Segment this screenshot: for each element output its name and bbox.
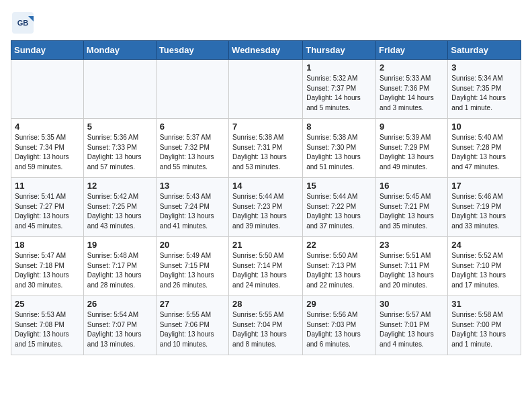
day-info: Sunrise: 5:56 AM Sunset: 7:03 PM Dayligh… <box>306 310 372 349</box>
day-number: 21 <box>232 240 299 250</box>
day-info: Sunrise: 5:48 AM Sunset: 7:17 PM Dayligh… <box>87 251 152 290</box>
day-number: 26 <box>87 299 152 309</box>
weekday-header: Tuesday <box>156 41 228 60</box>
calendar-cell: 11Sunrise: 5:41 AM Sunset: 7:27 PM Dayli… <box>11 178 84 237</box>
day-number: 11 <box>15 181 80 191</box>
calendar-cell: 21Sunrise: 5:50 AM Sunset: 7:14 PM Dayli… <box>229 237 303 296</box>
calendar-cell: 13Sunrise: 5:43 AM Sunset: 7:24 PM Dayli… <box>156 178 228 237</box>
calendar-cell: 9Sunrise: 5:39 AM Sunset: 7:29 PM Daylig… <box>376 119 448 178</box>
day-info: Sunrise: 5:51 AM Sunset: 7:11 PM Dayligh… <box>380 251 444 290</box>
day-info: Sunrise: 5:52 AM Sunset: 7:10 PM Dayligh… <box>451 251 517 290</box>
day-info: Sunrise: 5:42 AM Sunset: 7:25 PM Dayligh… <box>87 192 152 231</box>
calendar-cell <box>83 60 156 119</box>
day-number: 7 <box>232 122 299 132</box>
day-number: 19 <box>87 240 152 250</box>
day-number: 27 <box>160 299 225 309</box>
day-info: Sunrise: 5:55 AM Sunset: 7:06 PM Dayligh… <box>160 310 225 349</box>
day-info: Sunrise: 5:43 AM Sunset: 7:24 PM Dayligh… <box>160 192 225 231</box>
day-info: Sunrise: 5:45 AM Sunset: 7:21 PM Dayligh… <box>380 192 444 231</box>
day-info: Sunrise: 5:32 AM Sunset: 7:37 PM Dayligh… <box>306 74 372 113</box>
day-number: 9 <box>380 122 444 132</box>
calendar-cell: 16Sunrise: 5:45 AM Sunset: 7:21 PM Dayli… <box>376 178 448 237</box>
calendar-cell: 22Sunrise: 5:50 AM Sunset: 7:13 PM Dayli… <box>303 237 376 296</box>
calendar-table: SundayMondayTuesdayWednesdayThursdayFrid… <box>11 40 521 355</box>
calendar-cell: 14Sunrise: 5:44 AM Sunset: 7:23 PM Dayli… <box>229 178 303 237</box>
day-number: 23 <box>380 240 444 250</box>
day-number: 16 <box>380 181 444 191</box>
weekday-header: Friday <box>376 41 448 60</box>
day-info: Sunrise: 5:57 AM Sunset: 7:01 PM Dayligh… <box>380 310 444 349</box>
calendar-cell: 10Sunrise: 5:40 AM Sunset: 7:28 PM Dayli… <box>448 119 521 178</box>
day-info: Sunrise: 5:35 AM Sunset: 7:34 PM Dayligh… <box>15 133 80 172</box>
day-number: 8 <box>306 122 372 132</box>
calendar-week: 4Sunrise: 5:35 AM Sunset: 7:34 PM Daylig… <box>11 119 521 178</box>
calendar-cell: 3Sunrise: 5:34 AM Sunset: 7:35 PM Daylig… <box>448 60 521 119</box>
calendar-cell: 20Sunrise: 5:49 AM Sunset: 7:15 PM Dayli… <box>156 237 228 296</box>
calendar-cell: 28Sunrise: 5:55 AM Sunset: 7:04 PM Dayli… <box>229 296 303 355</box>
day-info: Sunrise: 5:38 AM Sunset: 7:31 PM Dayligh… <box>232 133 299 172</box>
day-info: Sunrise: 5:53 AM Sunset: 7:08 PM Dayligh… <box>15 310 80 349</box>
day-number: 22 <box>306 240 372 250</box>
day-number: 30 <box>380 299 444 309</box>
calendar-header: SundayMondayTuesdayWednesdayThursdayFrid… <box>11 41 521 60</box>
day-number: 24 <box>451 240 517 250</box>
calendar-cell: 25Sunrise: 5:53 AM Sunset: 7:08 PM Dayli… <box>11 296 84 355</box>
day-info: Sunrise: 5:55 AM Sunset: 7:04 PM Dayligh… <box>232 310 299 349</box>
day-info: Sunrise: 5:49 AM Sunset: 7:15 PM Dayligh… <box>160 251 225 290</box>
calendar-cell: 5Sunrise: 5:36 AM Sunset: 7:33 PM Daylig… <box>83 119 156 178</box>
day-number: 6 <box>160 122 225 132</box>
calendar-body: 1Sunrise: 5:32 AM Sunset: 7:37 PM Daylig… <box>11 60 521 355</box>
calendar-cell: 19Sunrise: 5:48 AM Sunset: 7:17 PM Dayli… <box>83 237 156 296</box>
calendar-cell: 12Sunrise: 5:42 AM Sunset: 7:25 PM Dayli… <box>83 178 156 237</box>
day-number: 28 <box>232 299 299 309</box>
logo: GB <box>11 11 38 35</box>
day-info: Sunrise: 5:47 AM Sunset: 7:18 PM Dayligh… <box>15 251 80 290</box>
day-info: Sunrise: 5:34 AM Sunset: 7:35 PM Dayligh… <box>451 74 517 113</box>
day-number: 31 <box>451 299 517 309</box>
calendar-cell: 31Sunrise: 5:58 AM Sunset: 7:00 PM Dayli… <box>448 296 521 355</box>
calendar-cell: 7Sunrise: 5:38 AM Sunset: 7:31 PM Daylig… <box>229 119 303 178</box>
day-number: 5 <box>87 122 152 132</box>
calendar-cell: 6Sunrise: 5:37 AM Sunset: 7:32 PM Daylig… <box>156 119 228 178</box>
calendar-cell: 26Sunrise: 5:54 AM Sunset: 7:07 PM Dayli… <box>83 296 156 355</box>
calendar-week: 25Sunrise: 5:53 AM Sunset: 7:08 PM Dayli… <box>11 296 521 355</box>
day-info: Sunrise: 5:54 AM Sunset: 7:07 PM Dayligh… <box>87 310 152 349</box>
weekday-header: Monday <box>83 41 156 60</box>
day-number: 17 <box>451 181 517 191</box>
day-info: Sunrise: 5:39 AM Sunset: 7:29 PM Dayligh… <box>380 133 444 172</box>
svg-text:GB: GB <box>17 19 29 27</box>
day-info: Sunrise: 5:41 AM Sunset: 7:27 PM Dayligh… <box>15 192 80 231</box>
day-number: 2 <box>380 62 444 73</box>
calendar-cell: 30Sunrise: 5:57 AM Sunset: 7:01 PM Dayli… <box>376 296 448 355</box>
calendar-cell: 1Sunrise: 5:32 AM Sunset: 7:37 PM Daylig… <box>303 60 376 119</box>
calendar-cell: 18Sunrise: 5:47 AM Sunset: 7:18 PM Dayli… <box>11 237 84 296</box>
day-number: 18 <box>15 240 80 250</box>
calendar-week: 1Sunrise: 5:32 AM Sunset: 7:37 PM Daylig… <box>11 60 521 119</box>
day-info: Sunrise: 5:44 AM Sunset: 7:22 PM Dayligh… <box>306 192 372 231</box>
day-number: 25 <box>15 299 80 309</box>
day-info: Sunrise: 5:36 AM Sunset: 7:33 PM Dayligh… <box>87 133 152 172</box>
day-number: 1 <box>306 62 372 73</box>
day-info: Sunrise: 5:50 AM Sunset: 7:14 PM Dayligh… <box>232 251 299 290</box>
calendar-cell: 27Sunrise: 5:55 AM Sunset: 7:06 PM Dayli… <box>156 296 228 355</box>
day-info: Sunrise: 5:44 AM Sunset: 7:23 PM Dayligh… <box>232 192 299 231</box>
calendar-cell: 4Sunrise: 5:35 AM Sunset: 7:34 PM Daylig… <box>11 119 84 178</box>
calendar-cell: 17Sunrise: 5:46 AM Sunset: 7:19 PM Dayli… <box>448 178 521 237</box>
page-header: GB <box>11 11 521 35</box>
calendar-cell <box>156 60 228 119</box>
day-number: 10 <box>451 122 517 132</box>
day-number: 14 <box>232 181 299 191</box>
day-number: 13 <box>160 181 225 191</box>
day-info: Sunrise: 5:38 AM Sunset: 7:30 PM Dayligh… <box>306 133 372 172</box>
calendar-cell <box>11 60 84 119</box>
day-info: Sunrise: 5:46 AM Sunset: 7:19 PM Dayligh… <box>451 192 517 231</box>
calendar-cell <box>229 60 303 119</box>
day-number: 29 <box>306 299 372 309</box>
day-info: Sunrise: 5:33 AM Sunset: 7:36 PM Dayligh… <box>380 74 444 113</box>
day-info: Sunrise: 5:50 AM Sunset: 7:13 PM Dayligh… <box>306 251 372 290</box>
day-info: Sunrise: 5:40 AM Sunset: 7:28 PM Dayligh… <box>451 133 517 172</box>
weekday-header: Wednesday <box>229 41 303 60</box>
calendar-cell: 2Sunrise: 5:33 AM Sunset: 7:36 PM Daylig… <box>376 60 448 119</box>
calendar-cell: 23Sunrise: 5:51 AM Sunset: 7:11 PM Dayli… <box>376 237 448 296</box>
day-number: 15 <box>306 181 372 191</box>
